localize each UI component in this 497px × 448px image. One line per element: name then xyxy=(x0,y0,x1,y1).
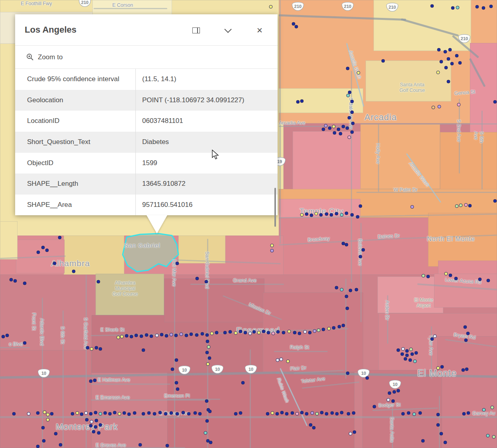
data-point[interactable] xyxy=(262,330,266,333)
data-point[interactable] xyxy=(23,282,27,285)
data-point[interactable] xyxy=(97,280,100,284)
map[interactable]: E Foothill FwyE CorsonSanta Anita Golf C… xyxy=(0,0,497,448)
data-point[interactable] xyxy=(309,423,313,427)
data-point[interactable] xyxy=(165,334,168,338)
data-point[interactable] xyxy=(382,59,385,63)
data-point[interactable] xyxy=(97,431,101,435)
data-point[interactable] xyxy=(312,426,316,430)
data-point[interactable] xyxy=(335,412,339,416)
data-point[interactable] xyxy=(95,346,98,350)
data-point[interactable] xyxy=(176,412,179,416)
data-point[interactable] xyxy=(422,274,425,278)
data-point[interactable] xyxy=(72,270,76,273)
data-point[interactable] xyxy=(45,249,49,252)
data-point[interactable] xyxy=(271,411,274,415)
data-point[interactable] xyxy=(241,381,245,385)
dock-button[interactable] xyxy=(190,24,202,37)
data-point[interactable] xyxy=(436,366,440,370)
data-point[interactable] xyxy=(345,295,348,298)
data-point[interactable] xyxy=(359,255,362,259)
close-button[interactable]: ✕ xyxy=(253,24,266,37)
data-point[interactable] xyxy=(475,5,479,9)
data-point[interactable] xyxy=(285,412,289,416)
data-point[interactable] xyxy=(482,408,486,412)
data-point[interactable] xyxy=(348,136,351,139)
data-point[interactable] xyxy=(108,412,112,416)
data-point[interactable] xyxy=(349,432,352,436)
data-point[interactable] xyxy=(90,347,94,351)
data-point[interactable] xyxy=(352,411,356,415)
data-point[interactable] xyxy=(71,412,74,416)
data-point[interactable] xyxy=(356,215,360,219)
data-point[interactable] xyxy=(327,327,331,331)
data-point[interactable] xyxy=(94,425,98,429)
data-point[interactable] xyxy=(280,358,283,361)
data-point[interactable] xyxy=(355,288,358,292)
data-point[interactable] xyxy=(405,354,409,357)
data-point[interactable] xyxy=(347,412,350,416)
data-point[interactable] xyxy=(338,325,341,329)
data-point[interactable] xyxy=(348,116,351,120)
data-point[interactable] xyxy=(166,444,169,448)
data-point[interactable] xyxy=(362,248,365,252)
data-point[interactable] xyxy=(295,25,298,29)
data-point[interactable] xyxy=(92,430,96,434)
data-point[interactable] xyxy=(464,203,468,207)
data-point[interactable] xyxy=(345,243,348,247)
data-point[interactable] xyxy=(409,358,412,362)
data-point[interactable] xyxy=(346,94,350,97)
data-point[interactable] xyxy=(252,330,256,334)
data-point[interactable] xyxy=(175,358,178,362)
data-point[interactable] xyxy=(388,392,391,395)
data-point[interactable] xyxy=(317,329,321,332)
data-point[interactable] xyxy=(12,412,16,416)
data-point[interactable] xyxy=(346,67,350,70)
data-point[interactable] xyxy=(257,331,261,335)
data-point[interactable] xyxy=(407,411,411,415)
data-point[interactable] xyxy=(99,423,102,427)
data-point[interactable] xyxy=(14,279,17,283)
data-point[interactable] xyxy=(397,349,400,352)
data-point[interactable] xyxy=(150,335,153,338)
data-point[interactable] xyxy=(436,71,440,74)
data-point[interactable] xyxy=(272,332,275,335)
data-point[interactable] xyxy=(300,213,304,217)
data-point[interactable] xyxy=(234,412,238,416)
data-point[interactable] xyxy=(397,389,400,393)
data-point[interactable] xyxy=(466,332,470,335)
data-point[interactable] xyxy=(147,411,151,415)
data-point[interactable] xyxy=(322,128,325,131)
data-point[interactable] xyxy=(36,445,40,448)
data-point[interactable] xyxy=(207,345,211,349)
data-point[interactable] xyxy=(280,411,284,415)
data-point[interactable] xyxy=(76,411,79,415)
data-point[interactable] xyxy=(409,348,413,351)
data-point[interactable] xyxy=(467,411,470,415)
data-point[interactable] xyxy=(345,212,348,215)
data-point[interactable] xyxy=(248,332,252,335)
data-point[interactable] xyxy=(117,336,120,339)
data-point[interactable] xyxy=(308,331,312,335)
data-point[interactable] xyxy=(415,351,418,355)
data-point[interactable] xyxy=(194,411,197,415)
data-point[interactable] xyxy=(350,131,354,134)
data-point[interactable] xyxy=(208,356,211,360)
data-point[interactable] xyxy=(58,236,62,240)
data-point[interactable] xyxy=(444,50,447,54)
data-point[interactable] xyxy=(170,333,173,337)
data-point[interactable] xyxy=(335,286,339,290)
data-point[interactable] xyxy=(269,5,273,9)
data-point[interactable] xyxy=(6,334,9,337)
data-point[interactable] xyxy=(170,411,173,415)
data-point[interactable] xyxy=(411,205,414,209)
data-point[interactable] xyxy=(140,335,143,338)
data-point[interactable] xyxy=(436,423,440,427)
data-point[interactable] xyxy=(493,199,497,203)
data-point[interactable] xyxy=(401,412,405,416)
data-point[interactable] xyxy=(127,413,131,416)
data-point[interactable] xyxy=(313,329,317,333)
data-point[interactable] xyxy=(205,419,209,423)
data-point[interactable] xyxy=(451,6,455,10)
data-point[interactable] xyxy=(346,127,349,130)
data-point[interactable] xyxy=(239,411,243,415)
